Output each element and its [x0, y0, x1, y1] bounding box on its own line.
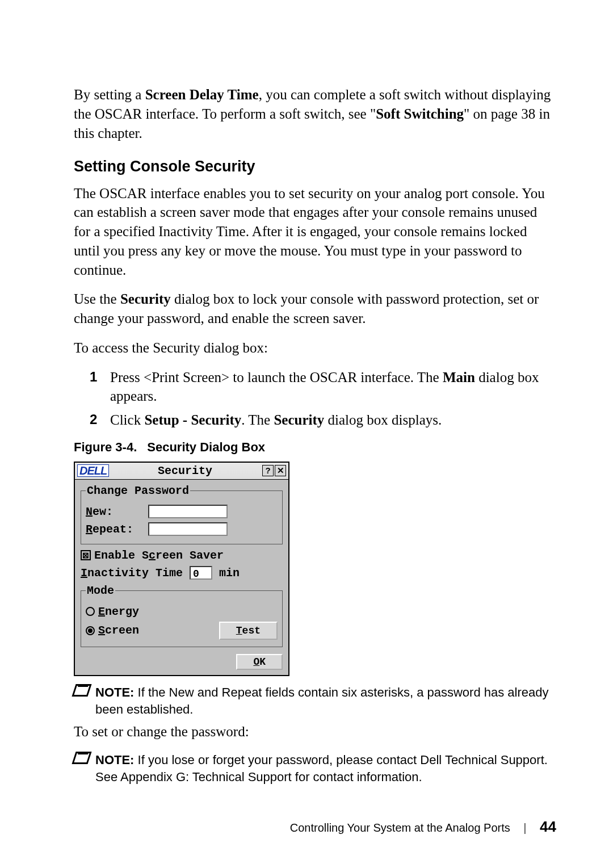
text: Use the: [74, 291, 120, 307]
test-button[interactable]: Test: [219, 622, 278, 640]
enable-screen-saver-checkbox[interactable]: ⊠: [81, 550, 91, 560]
text: . The: [241, 412, 274, 427]
new-password-label: New:: [86, 504, 148, 519]
step-1: 1 Press <Print Screen> to launch the OSC…: [93, 368, 556, 406]
section-heading: Setting Console Security: [74, 156, 556, 177]
mode-screen-radio[interactable]: [86, 626, 95, 635]
help-button[interactable]: ?: [262, 465, 274, 476]
inactivity-time-input[interactable]: 0: [190, 566, 212, 580]
enable-screen-saver-row[interactable]: ⊠ Enable Screen Saver: [81, 548, 283, 563]
mode-group: Mode Energy Screen Test: [81, 583, 283, 647]
note-1: NOTE: If the New and Repeat fields conta…: [74, 684, 556, 718]
note-2: NOTE: If you lose or forget your passwor…: [74, 752, 556, 785]
between-notes-paragraph: To set or change the password:: [74, 722, 556, 741]
group-legend: Change Password: [86, 483, 190, 498]
term-main: Main: [443, 370, 475, 385]
term-security: Security: [120, 291, 171, 307]
repeat-password-label: Repeat:: [86, 522, 148, 537]
mode-screen-row: Screen Test: [86, 622, 278, 640]
note-text: If you lose or forget your password, ple…: [95, 753, 548, 784]
term-setup-security: Setup - Security: [144, 412, 241, 427]
term-security: Security: [274, 412, 324, 427]
note-label: NOTE:: [95, 753, 134, 767]
dialog-title: Security: [109, 463, 261, 479]
mode-legend: Mode: [86, 583, 115, 598]
body-paragraph-3: To access the Security dialog box:: [74, 338, 556, 358]
steps-list: 1 Press <Print Screen> to launch the OSC…: [74, 368, 556, 430]
step-number: 2: [90, 410, 97, 429]
mode-screen-option[interactable]: Screen: [86, 623, 139, 638]
note-icon: [72, 684, 91, 697]
footer-separator: |: [523, 821, 526, 834]
mode-energy-row[interactable]: Energy: [86, 604, 278, 619]
change-password-group: Change Password New: Repeat:: [81, 483, 283, 544]
intro-paragraph: By setting a Screen Delay Time, you can …: [74, 85, 556, 142]
figure-caption: Figure 3-4.Security Dialog Box: [74, 439, 556, 456]
note-icon: [72, 752, 91, 764]
mode-energy-label: Energy: [98, 604, 139, 619]
repeat-password-input[interactable]: [148, 522, 228, 536]
mode-energy-radio[interactable]: [86, 607, 95, 616]
note-label: NOTE:: [95, 685, 134, 699]
ok-button[interactable]: OK: [236, 654, 283, 670]
mode-screen-label: Screen: [98, 623, 139, 638]
dell-logo: DELL: [77, 464, 109, 477]
new-password-input[interactable]: [148, 505, 228, 518]
step-number: 1: [90, 368, 97, 386]
security-dialog: DELL Security ? ✕ Change Password New: R…: [74, 462, 289, 676]
body-paragraph-2: Use the Security dialog box to lock your…: [74, 290, 556, 328]
note-text: If the New and Repeat fields contain six…: [95, 685, 549, 716]
step-2: 2 Click Setup - Security. The Security d…: [93, 410, 556, 430]
term-screen-delay-time: Screen Delay Time: [145, 87, 259, 102]
page-number: 44: [540, 818, 556, 835]
inactivity-time-row: Inactivity Time 0 min: [81, 565, 283, 581]
figure-title: Security Dialog Box: [147, 440, 265, 454]
figure-number: Figure 3-4.: [74, 440, 137, 454]
body-paragraph-1: The OSCAR interface enables you to set s…: [74, 184, 556, 280]
dialog-titlebar: DELL Security ? ✕: [75, 463, 288, 480]
text: Click: [110, 412, 144, 427]
link-soft-switching: Soft Switching: [376, 106, 464, 121]
inactivity-time-unit: min: [219, 565, 240, 581]
page-footer: Controlling Your System at the Analog Po…: [74, 817, 556, 837]
enable-screen-saver-label: Enable Screen Saver: [94, 548, 224, 563]
text: dialog box displays.: [324, 412, 442, 427]
close-button[interactable]: ✕: [275, 465, 286, 476]
text: By setting a: [74, 87, 145, 102]
chapter-title: Controlling Your System at the Analog Po…: [290, 821, 510, 834]
text: Press <Print Screen> to launch the OSCAR…: [110, 370, 443, 385]
inactivity-time-label: Inactivity Time: [81, 565, 183, 581]
